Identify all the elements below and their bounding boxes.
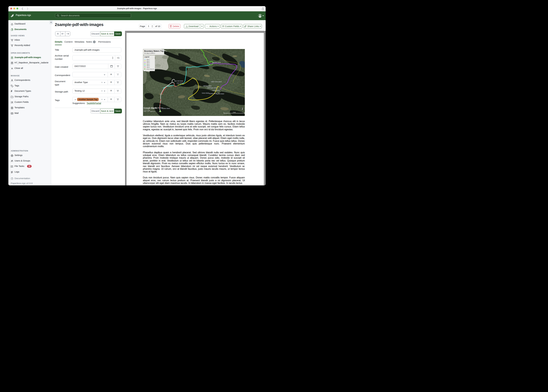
svg-text:Norway Island: Norway Island: [209, 93, 217, 94]
svg-text:Day 1: Day 1: [147, 59, 150, 60]
svg-text:Day 4: Day 4: [147, 63, 150, 65]
svg-text:Day 2: Day 2: [147, 60, 150, 62]
svg-text:Day 5: Day 5: [147, 65, 150, 66]
svg-text:Indian Grave Island: Indian Grave Island: [211, 81, 222, 83]
svg-text:New York Island: New York Island: [174, 80, 183, 82]
svg-text:© 2017 Google: © 2017 Google: [144, 110, 150, 111]
svg-text:Half Dog Island: Half Dog Island: [203, 85, 211, 87]
svg-text:Washington Island: Washington Island: [207, 87, 217, 89]
svg-text:Lincoln Island: Lincoln Island: [212, 90, 220, 91]
svg-text:Google Earth: Google Earth: [144, 107, 157, 109]
svg-text:Entry Point 24: Entry Point 24: [146, 68, 154, 70]
svg-text:Image © 2017 DigitalGlobe: Image © 2017 DigitalGlobe: [144, 111, 155, 112]
svg-text:Gary Island: Gary Island: [177, 83, 183, 84]
svg-text:Six days in BWCA: Six days in BWCA: [144, 52, 155, 54]
svg-text:Day 3: Day 3: [147, 62, 150, 63]
svg-text:Text: Text: [190, 88, 193, 90]
svg-text:Squirrel Island: Squirrel Island: [216, 93, 224, 95]
svg-text:Day 6: Day 6: [147, 67, 150, 68]
svg-text:N: N: [241, 110, 242, 112]
svg-text:Canoe Island: Canoe Island: [202, 92, 209, 94]
svg-text:Hausons Island: Hausons Island: [212, 62, 221, 63]
svg-text:Boundary Waters Trip: Boundary Waters Trip: [144, 50, 164, 52]
svg-text:3 mi: 3 mi: [233, 112, 236, 113]
svg-text:Charlies Island: Charlies Island: [162, 108, 170, 109]
svg-text:Legend: Legend: [144, 56, 149, 58]
